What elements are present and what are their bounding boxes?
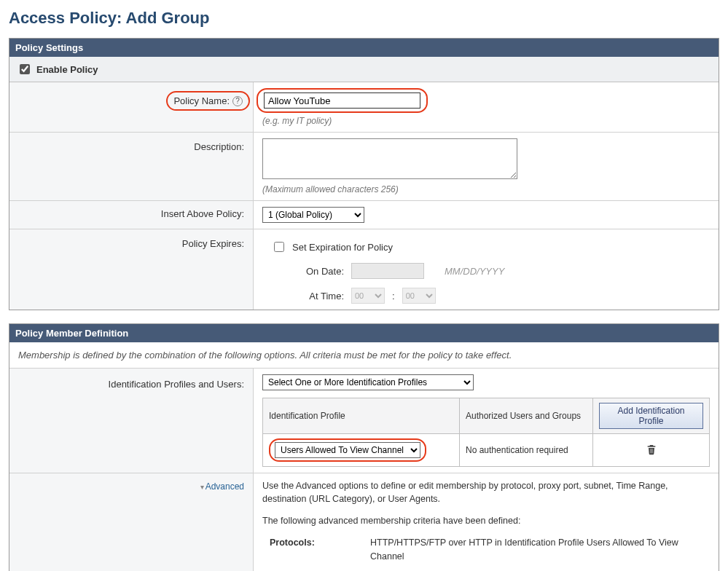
time-minute-select: 00 bbox=[402, 288, 436, 304]
set-expiration-checkbox[interactable] bbox=[274, 242, 284, 252]
enable-policy-checkbox[interactable] bbox=[20, 64, 30, 74]
date-format-hint: MM/DD/YYYY bbox=[445, 266, 504, 277]
advanced-toggle[interactable]: ▾Advanced bbox=[200, 481, 244, 492]
member-definition-description: Membership is defined by the combination… bbox=[9, 342, 719, 369]
enable-policy-label: Enable Policy bbox=[36, 64, 98, 75]
auth-text: No authentication required bbox=[460, 434, 593, 467]
time-hour-select: 00 bbox=[351, 288, 385, 304]
enable-policy-row: Enable Policy bbox=[9, 57, 719, 82]
policy-settings-panel: Policy Settings Enable Policy Policy Nam… bbox=[9, 38, 719, 310]
description-hint: (Maximum allowed characters 256) bbox=[262, 184, 710, 194]
description-label: Description: bbox=[194, 141, 244, 152]
advanced-row: ▾Advanced Use the Advanced options to de… bbox=[9, 473, 719, 571]
description-row: Description: (Maximum allowed characters… bbox=[9, 133, 719, 201]
member-definition-header: Policy Member Definition bbox=[9, 324, 719, 342]
time-colon: : bbox=[392, 291, 395, 302]
advanced-intro: Use the Advanced options to define or ed… bbox=[262, 479, 710, 505]
table-row: Users Allowed To View Channel No authent… bbox=[263, 434, 710, 467]
protocols-key: Protocols: bbox=[270, 536, 357, 562]
set-expiration-label: Set Expiration for Policy bbox=[292, 242, 393, 253]
at-time-label: At Time: bbox=[300, 291, 344, 302]
th-profile: Identification Profile bbox=[263, 398, 460, 434]
insert-above-label: Insert Above Policy: bbox=[161, 208, 244, 219]
help-icon[interactable]: ? bbox=[232, 96, 243, 106]
policy-name-hint: (e.g. my IT policy) bbox=[262, 116, 710, 126]
protocols-value: HTTP/HTTPS/FTP over HTTP in Identificati… bbox=[370, 536, 710, 562]
policy-expires-row: Policy Expires: Set Expiration for Polic… bbox=[9, 229, 719, 310]
idprof-table: Identification Profile Authorized Users … bbox=[262, 398, 710, 467]
page-title: Access Policy: Add Group bbox=[9, 9, 719, 28]
policy-name-label: Policy Name: bbox=[173, 95, 230, 106]
profile-row-select[interactable]: Users Allowed To View Channel bbox=[275, 442, 420, 458]
member-definition-panel: Policy Member Definition Membership is d… bbox=[9, 323, 719, 571]
on-date-label: On Date: bbox=[300, 266, 344, 277]
insert-above-row: Insert Above Policy: 1 (Global Policy) bbox=[9, 201, 719, 229]
insert-above-select[interactable]: 1 (Global Policy) bbox=[262, 207, 364, 223]
policy-settings-header: Policy Settings bbox=[9, 39, 719, 57]
idprof-label: Identification Profiles and Users: bbox=[109, 379, 244, 390]
policy-name-row: Policy Name: ? (e.g. my IT policy) bbox=[9, 82, 719, 133]
on-date-input bbox=[351, 263, 424, 279]
idprof-main-select[interactable]: Select One or More Identification Profil… bbox=[262, 374, 474, 390]
add-identification-profile-button[interactable]: Add Identification Profile bbox=[599, 403, 703, 429]
chevron-down-icon: ▾ bbox=[200, 483, 204, 491]
idprof-row: Identification Profiles and Users: Selec… bbox=[9, 369, 719, 473]
description-textarea[interactable] bbox=[262, 138, 517, 179]
th-auth: Authorized Users and Groups bbox=[460, 398, 593, 434]
policy-name-input[interactable] bbox=[264, 92, 420, 109]
trash-icon[interactable] bbox=[646, 447, 657, 457]
policy-expires-label: Policy Expires: bbox=[182, 238, 244, 249]
advanced-defined-intro: The following advanced membership criter… bbox=[262, 514, 710, 527]
